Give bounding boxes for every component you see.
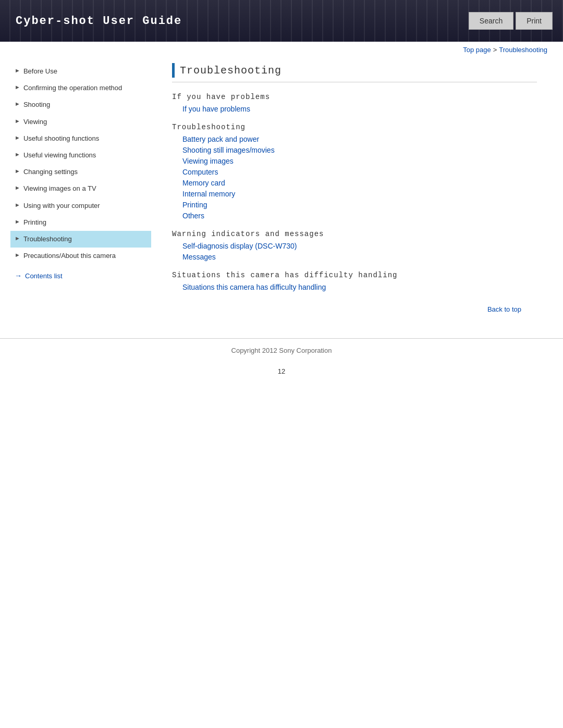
section-title-troubleshooting: Troubleshooting [172,123,537,131]
link-others[interactable]: Others [182,211,537,220]
sidebar-item-label: Confirming the operation method [23,83,122,93]
chevron-right-icon: ► [15,252,20,258]
contents-list-link[interactable]: → Contents list [10,267,151,284]
heading-bar [172,63,175,78]
copyright-text: Copyright 2012 Sony Corporation [231,347,332,354]
section-situations: Situations this camera has difficulty ha… [172,271,537,292]
link-computers[interactable]: Computers [182,167,537,177]
chevron-right-icon: ► [15,101,20,107]
sidebar-item-label: Shooting [23,100,50,109]
search-button[interactable]: Search [469,12,513,30]
header: Cyber-shot User Guide Search Print [0,0,563,42]
contents-list-label: Contents list [25,272,63,280]
bottom-bar: Back to top [172,301,537,317]
sidebar: ► Before Use ► Confirming the operation … [10,58,156,328]
sidebar-item-label: Viewing images on a TV [23,184,96,193]
sidebar-item-useful-shooting[interactable]: ► Useful shooting functions [10,130,151,147]
link-internal-memory[interactable]: Internal memory [182,189,537,199]
chevron-right-icon: ► [15,151,20,157]
sidebar-item-label: Changing settings [23,167,78,177]
chevron-right-icon: ► [15,235,20,241]
page-title: Troubleshooting [180,65,282,77]
section-links-troubleshooting: Battery pack and power Shooting still im… [172,134,537,220]
sidebar-item-troubleshooting[interactable]: ► Troubleshooting [10,231,151,248]
link-printing[interactable]: Printing [182,200,537,209]
main-layout: ► Before Use ► Confirming the operation … [0,58,563,328]
breadcrumb-current-link[interactable]: Troubleshooting [499,46,547,54]
breadcrumb: Top page > Troubleshooting [0,42,563,58]
link-viewing-images[interactable]: Viewing images [182,156,537,166]
sidebar-item-label: Using with your computer [23,201,100,211]
page-number: 12 [0,362,563,380]
link-battery[interactable]: Battery pack and power [182,134,537,144]
section-troubleshooting: Troubleshooting Battery pack and power S… [172,123,537,220]
arrow-right-icon: → [15,272,22,280]
print-button[interactable]: Print [516,12,553,30]
sidebar-item-changing-settings[interactable]: ► Changing settings [10,164,151,180]
link-messages[interactable]: Messages [182,252,537,262]
sidebar-item-viewing[interactable]: ► Viewing [10,114,151,130]
breadcrumb-separator: > [493,46,497,54]
breadcrumb-top-link[interactable]: Top page [463,46,491,54]
content-area: Troubleshooting If you have problems If … [156,58,553,328]
chevron-right-icon: ► [15,134,20,141]
section-warning-indicators: Warning indicators and messages Self-dia… [172,230,537,262]
section-links-warning: Self-diagnosis display (DSC-W730) Messag… [172,241,537,262]
chevron-right-icon: ► [15,84,20,90]
chevron-right-icon: ► [15,202,20,208]
header-buttons: Search Print [469,12,563,30]
link-situations[interactable]: Situations this camera has difficulty ha… [182,282,537,292]
sidebar-item-before-use[interactable]: ► Before Use [10,63,151,80]
section-title-situations: Situations this camera has difficulty ha… [172,271,537,279]
section-title-if-problems: If you have problems [172,93,537,101]
link-self-diagnosis[interactable]: Self-diagnosis display (DSC-W730) [182,241,537,251]
section-links-if-problems: If you have problems [172,104,537,114]
chevron-right-icon: ► [15,168,20,174]
chevron-right-icon: ► [15,118,20,124]
app-title: Cyber-shot User Guide [0,15,182,28]
section-if-problems: If you have problems If you have problem… [172,93,537,114]
sidebar-item-precautions[interactable]: ► Precautions/About this camera [10,248,151,264]
sidebar-item-label: Useful viewing functions [23,151,96,160]
page-heading: Troubleshooting [172,63,537,82]
footer: Copyright 2012 Sony Corporation [0,338,563,362]
chevron-right-icon: ► [15,67,20,73]
link-shooting-images[interactable]: Shooting still images/movies [182,145,537,155]
sidebar-item-label: Viewing [23,117,47,127]
sidebar-item-label: Troubleshooting [23,235,72,244]
chevron-right-icon: ► [15,184,20,191]
sidebar-item-label: Printing [23,218,46,227]
link-memory-card[interactable]: Memory card [182,178,537,188]
link-if-problems[interactable]: If you have problems [182,104,537,114]
sidebar-item-using-computer[interactable]: ► Using with your computer [10,198,151,214]
sidebar-item-viewing-tv[interactable]: ► Viewing images on a TV [10,180,151,197]
section-title-warning: Warning indicators and messages [172,230,537,238]
section-links-situations: Situations this camera has difficulty ha… [172,282,537,292]
sidebar-item-useful-viewing[interactable]: ► Useful viewing functions [10,147,151,164]
back-to-top-link[interactable]: Back to top [487,305,521,313]
sidebar-item-label: Useful shooting functions [23,134,99,143]
sidebar-item-confirming[interactable]: ► Confirming the operation method [10,80,151,96]
chevron-right-icon: ► [15,218,20,225]
sidebar-item-printing[interactable]: ► Printing [10,214,151,231]
sidebar-item-label: Precautions/About this camera [23,251,116,261]
sidebar-item-label: Before Use [23,67,57,76]
sidebar-item-shooting[interactable]: ► Shooting [10,96,151,113]
